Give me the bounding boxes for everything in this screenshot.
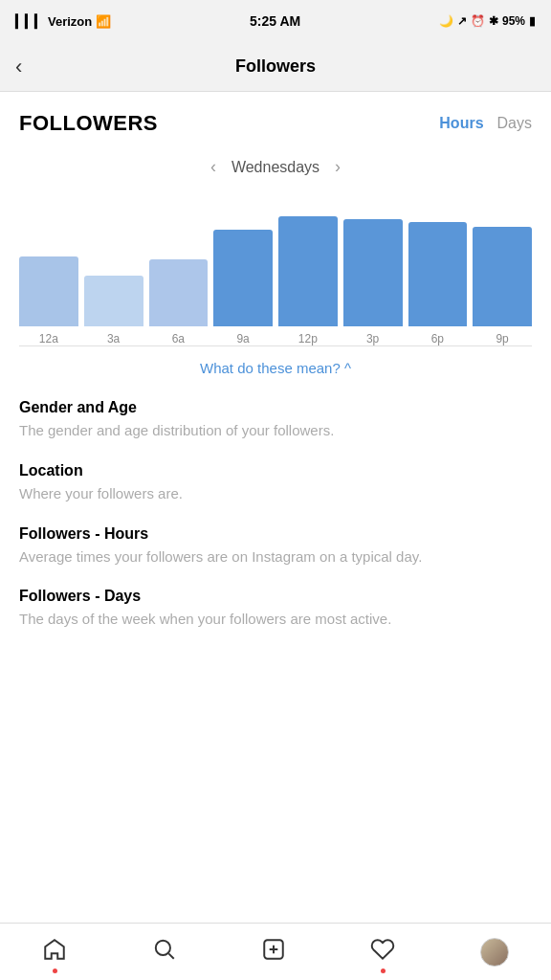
signal-icon: ▎▎▎ (15, 14, 44, 29)
bar-label-6a: 6a (172, 332, 185, 345)
bar-3a (84, 276, 143, 326)
bar-label-12a: 12a (39, 332, 58, 345)
info-section-1: LocationWhere your followers are. (0, 449, 551, 512)
status-time: 5:25 AM (250, 13, 300, 29)
bar-label-3a: 3a (107, 332, 120, 345)
info-section-2: Followers - HoursAverage times your foll… (0, 512, 551, 575)
bar-col-3a: 3a (84, 276, 143, 345)
bar-col-12p: 12p (278, 216, 338, 345)
info-title-2: Followers - Hours (19, 525, 532, 543)
heart-icon (370, 937, 395, 968)
followers-title: FOLLOWERS (19, 111, 158, 136)
back-button[interactable]: ‹ (15, 55, 22, 79)
main-content: FOLLOWERS Hours Days ‹ Wednesdays › 12a3… (0, 92, 551, 704)
bar-chart: 12a3a6a9a12p3p6p9p (0, 192, 551, 345)
nav-add[interactable] (261, 937, 286, 968)
prev-day-button[interactable]: ‹ (210, 157, 216, 177)
bars-wrapper: 12a3a6a9a12p3p6p9p (19, 192, 532, 345)
bluetooth-icon: ✱ (489, 14, 498, 28)
bar-label-9a: 9a (236, 332, 249, 345)
avatar (480, 938, 509, 967)
battery-icon: ▮ (529, 14, 536, 28)
alarm-icon: ⏰ (471, 14, 485, 28)
svg-point-0 (155, 940, 169, 954)
info-desc-3: The days of the week when your followers… (19, 609, 532, 630)
nav-bar: ‹ Followers (0, 42, 551, 92)
carrier-label: Verizon (48, 14, 92, 29)
search-icon (152, 937, 177, 968)
bar-9a (213, 230, 273, 326)
followers-header: FOLLOWERS Hours Days (0, 92, 551, 147)
bar-6p (408, 222, 468, 326)
bar-label-12p: 12p (298, 332, 318, 345)
info-sections: Gender and AgeThe gender and age distrib… (0, 386, 551, 637)
bar-col-12a: 12a (19, 256, 78, 345)
what-link[interactable]: What do these mean? ^ (0, 346, 551, 386)
svg-line-1 (168, 953, 173, 958)
home-icon (42, 937, 67, 968)
bottom-nav (0, 923, 551, 980)
bar-12p (278, 216, 338, 326)
status-bar: ▎▎▎ Verizon 📶 5:25 AM 🌙 ↗ ⏰ ✱ 95% ▮ (0, 0, 551, 42)
bar-3p (343, 219, 403, 326)
nav-search[interactable] (152, 937, 177, 968)
bar-9p (473, 227, 532, 326)
info-section-3: Followers - DaysThe days of the week whe… (0, 574, 551, 637)
info-title-1: Location (19, 462, 532, 479)
info-title-0: Gender and Age (19, 399, 532, 416)
info-desc-2: Average times your followers are on Inst… (19, 546, 532, 568)
bar-col-3p: 3p (343, 219, 403, 345)
nav-home[interactable] (42, 937, 67, 968)
bar-label-3p: 3p (366, 332, 379, 345)
battery-label: 95% (502, 14, 525, 28)
add-icon (261, 937, 286, 968)
nav-heart[interactable] (370, 937, 395, 968)
info-title-3: Followers - Days (19, 588, 532, 605)
nav-title: Followers (235, 56, 316, 77)
day-label: Wednesdays (231, 159, 320, 176)
info-section-0: Gender and AgeThe gender and age distrib… (0, 386, 551, 449)
wifi-icon: 📶 (96, 14, 111, 29)
bar-label-9p: 9p (496, 332, 508, 345)
bar-col-6a: 6a (149, 259, 209, 345)
bar-6a (149, 259, 209, 326)
info-desc-1: Where your followers are. (19, 483, 532, 504)
bar-12a (19, 256, 78, 326)
status-right: 🌙 ↗ ⏰ ✱ 95% ▮ (439, 14, 536, 28)
nav-profile[interactable] (480, 938, 509, 967)
bar-col-9a: 9a (213, 230, 273, 345)
tab-group: Hours Days (439, 115, 532, 132)
bar-col-6p: 6p (408, 222, 468, 345)
moon-icon: 🌙 (439, 14, 453, 28)
tab-days[interactable]: Days (497, 115, 532, 132)
location-icon: ↗ (457, 14, 467, 28)
next-day-button[interactable]: › (335, 157, 341, 177)
tab-hours[interactable]: Hours (439, 115, 483, 132)
status-carrier: ▎▎▎ Verizon 📶 (15, 14, 111, 29)
info-desc-0: The gender and age distribution of your … (19, 420, 532, 441)
day-selector: ‹ Wednesdays › (0, 147, 551, 192)
bar-col-9p: 9p (473, 227, 532, 345)
bar-label-6p: 6p (431, 332, 444, 345)
